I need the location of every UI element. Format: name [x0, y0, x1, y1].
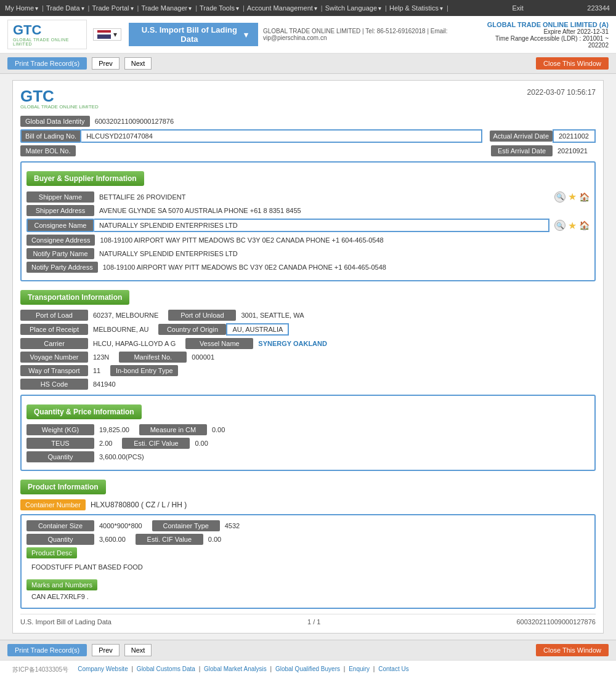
nav-trade-tools[interactable]: Trade Tools ▾: [200, 4, 240, 12]
carrier-label: Carrier: [20, 338, 88, 349]
shipper-star-icon[interactable]: ★: [568, 191, 577, 203]
weight-measure-row: Weight (KG) 19,825.00 Measure in CM 0.00: [26, 424, 590, 435]
top-toolbar: Print Trade Record(s) Prev Next Close Th…: [0, 54, 616, 74]
footer-qualified-buyers[interactable]: Global Qualified Buyers: [275, 666, 340, 672]
container-details-box: Container Size 4000*900*800 Container Ty…: [20, 514, 596, 609]
bol-row: Bill of Lading No. HLCUSYD210747084 Actu…: [20, 129, 596, 143]
card-logo-text: GTC: [20, 88, 99, 104]
footer-contact[interactable]: Contact Us: [378, 666, 408, 672]
measure-field: Measure in CM 0.00: [139, 424, 230, 435]
country-of-origin-field: Country of Origin AU, AUSTRALIA: [158, 323, 289, 336]
consignee-star-icon[interactable]: ★: [568, 220, 577, 231]
product-desc-row: Product Desc: [26, 547, 590, 558]
port-row: Port of Load 60237, MELBOURNE Port of Un…: [20, 310, 596, 321]
manifest-no-field: Manifest No. 000001: [119, 352, 219, 363]
global-data-row: Global Data Identity 6003202110090001278…: [20, 116, 596, 127]
consignee-search-icon[interactable]: 🔍: [554, 220, 565, 231]
shipper-home-icon[interactable]: 🏠: [579, 192, 590, 202]
notify-party-address-value: 108-19100 AIRPORT WAY PITT MEADOWS BC V3…: [98, 262, 590, 273]
buyer-supplier-header: Buyer & Supplier Information: [26, 171, 144, 186]
country-of-origin-label: Country of Origin: [158, 324, 226, 335]
consignee-name-row: Consignee Name NATURALLY SPLENDID ENTERP…: [26, 219, 590, 232]
prev-button[interactable]: Prev: [92, 57, 120, 70]
teus-cif-row: TEUS 2.00 Esti. CIF Value 0.00: [26, 438, 590, 449]
shipper-name-value: BETTALIFE 26 PROVIDENT: [94, 191, 549, 203]
container-size-value: 4000*900*800: [94, 520, 147, 531]
container-type-field: Container Type 4532: [152, 520, 245, 531]
inbond-entry-label: In-bond Entry Type: [110, 365, 178, 376]
footer-market-analysis[interactable]: Global Market Analysis: [204, 666, 267, 672]
company-name: GLOBAL TRADE ONLINE LIMITED (A): [485, 21, 609, 28]
notify-party-address-label: Notify Party Address: [26, 262, 98, 273]
header: GTC GLOBAL TRADE ONLINE LIMITED ▾ U.S. I…: [0, 16, 616, 54]
vessel-name-label: Vessel Name: [185, 338, 253, 349]
marks-numbers-button[interactable]: Marks and Numbers: [26, 579, 97, 590]
place-of-receipt-value: MELBOURNE, AU: [88, 324, 153, 335]
flag-selector[interactable]: ▾: [93, 28, 121, 41]
teus-label: TEUS: [26, 438, 94, 449]
notify-party-name-value: NATURALLY SPLENDID ENTERPRISES LTD: [94, 248, 590, 259]
nav-trade-portal[interactable]: Trade Portal ▾: [92, 4, 134, 12]
time-range: Time Range Accessible (LDR) : 201001 ~ 2…: [485, 35, 609, 49]
container-type-value: 4532: [220, 520, 245, 531]
consignee-home-icon[interactable]: 🏠: [579, 220, 590, 230]
esti-arrival-value: 20210921: [553, 145, 596, 156]
cif-label: Esti. CIF Value: [122, 438, 190, 449]
global-data-label: Global Data Identity: [20, 116, 90, 127]
container-cif-value: 0.00: [203, 534, 226, 545]
user-id: 223344: [587, 4, 610, 12]
weight-label: Weight (KG): [26, 424, 94, 435]
nav-exit[interactable]: Exit: [512, 4, 523, 12]
shipper-address-label: Shipper Address: [26, 205, 94, 216]
logo-subtitle: GLOBAL TRADE ONLINE LIMITED: [13, 38, 81, 46]
product-desc-button[interactable]: Product Desc: [26, 547, 77, 558]
bottom-next-button[interactable]: Next: [124, 644, 152, 656]
nav-switch-language[interactable]: Switch Language ▾: [325, 4, 383, 12]
print-button[interactable]: Print Trade Record(s): [7, 57, 87, 70]
card-logo: GTC GLOBAL TRADE ONLINE LIMITED: [20, 88, 99, 110]
data-source-selector[interactable]: U.S. Import Bill of Lading Data ▾: [129, 23, 258, 46]
marks-numbers-value: CAN AEL7XRLF9 .: [26, 590, 590, 603]
nav-trade-manager[interactable]: Trade Manager ▾: [141, 4, 193, 12]
measure-value: 0.00: [207, 424, 230, 435]
teus-value: 2.00: [94, 438, 117, 449]
nav-trade-data[interactable]: Trade Data ▾: [46, 4, 86, 12]
container-number-row: Container Number HLXU8780800 ( CZ / L / …: [20, 499, 596, 510]
bol-value: HLCUSYD210747084: [81, 129, 482, 143]
container-number-value: HLXU8780800 ( CZ / L / HH ): [91, 501, 187, 509]
transportation-section: Transportation Information Port of Load …: [20, 286, 596, 390]
nav-help-statistics[interactable]: Help & Statistics ▾: [389, 4, 444, 12]
weight-value: 19,825.00: [94, 424, 134, 435]
transportation-header: Transportation Information: [20, 290, 129, 305]
vessel-name-value: SYNERGY OAKLAND: [253, 338, 332, 349]
voyage-manifest-row: Voyage Number 123N Manifest No. 000001: [20, 352, 596, 363]
footer-company-website[interactable]: Company Website: [78, 666, 128, 672]
record-card: GTC GLOBAL TRADE ONLINE LIMITED 2022-03-…: [12, 80, 604, 634]
bottom-print-button[interactable]: Print Trade Record(s): [7, 644, 87, 656]
hs-code-value: 841940: [88, 379, 596, 390]
nav-my-home[interactable]: My Home ▾: [5, 4, 39, 12]
cif-value: 0.00: [190, 438, 213, 449]
flag-arrow: ▾: [113, 30, 117, 39]
footer-enquiry[interactable]: Enquiry: [349, 666, 370, 672]
container-number-button[interactable]: Container Number: [20, 499, 86, 510]
weight-field: Weight (KG) 19,825.00: [26, 424, 134, 435]
footer-icp: 苏ICP备14033305号: [12, 666, 68, 674]
close-button[interactable]: Close This Window: [536, 57, 609, 70]
qty-label: Quantity: [26, 451, 94, 462]
bottom-prev-button[interactable]: Prev: [92, 644, 120, 656]
bottom-close-button[interactable]: Close This Window: [536, 644, 609, 656]
card-footer-page-info: 1 / 1: [307, 618, 320, 626]
us-flag-icon: [97, 30, 111, 39]
consignee-address-label: Consignee Address: [26, 235, 95, 246]
main-content: GTC GLOBAL TRADE ONLINE LIMITED 2022-03-…: [0, 74, 616, 640]
carrier-value: HLCU, HAPAG-LLOYD A G: [88, 338, 180, 349]
way-of-transport-field: Way of Transport 11: [20, 365, 105, 376]
nav-account-management[interactable]: Account Management ▾: [247, 4, 318, 12]
shipper-address-value: AVENUE GLYNDE SA 5070 AUSTRALIA PHONE +6…: [94, 205, 590, 216]
shipper-search-icon[interactable]: 🔍: [554, 191, 565, 203]
card-header: GTC GLOBAL TRADE ONLINE LIMITED 2022-03-…: [20, 88, 596, 110]
footer-customs-data[interactable]: Global Customs Data: [137, 666, 195, 672]
next-button[interactable]: Next: [124, 57, 152, 70]
container-qty-value: 3,600.00: [94, 534, 131, 545]
